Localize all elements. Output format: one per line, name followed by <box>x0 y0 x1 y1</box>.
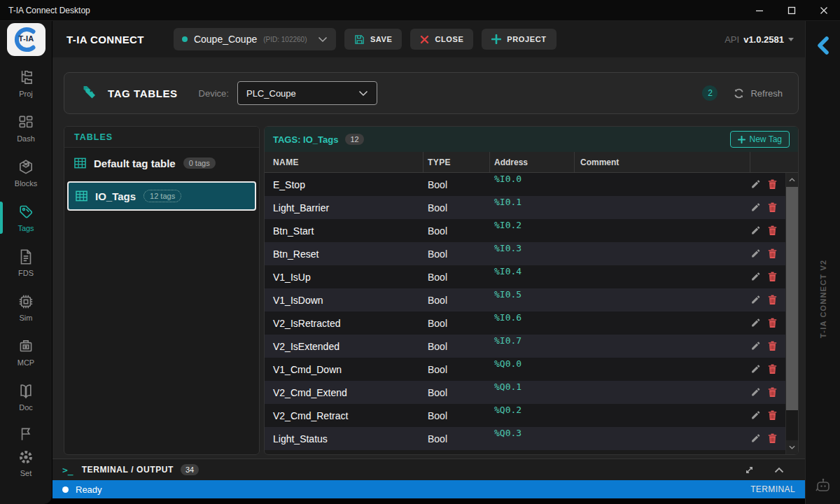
sidebar-item-sim[interactable]: Sim <box>0 290 52 325</box>
edit-pencil-icon[interactable] <box>750 364 760 374</box>
delete-trash-icon[interactable] <box>768 295 777 305</box>
delete-trash-icon[interactable] <box>768 248 777 259</box>
sidebar-item-fds[interactable]: FDS <box>0 245 52 280</box>
api-version-menu[interactable]: API v1.0.2581 <box>724 34 794 45</box>
chevron-down-icon <box>318 36 328 43</box>
edit-pencil-icon[interactable] <box>750 225 760 235</box>
delete-trash-icon[interactable] <box>768 179 777 190</box>
tag-address-cell: %I0.1 <box>490 197 575 207</box>
sidebar-item-tags[interactable]: Tags <box>0 200 52 235</box>
tag-type-cell: Bool <box>424 318 490 329</box>
sidebar-item-flag[interactable] <box>0 424 52 444</box>
titlebar: T-IA Connect Desktop <box>0 0 840 21</box>
sidebar-item-set[interactable]: Set <box>0 445 52 480</box>
delete-trash-icon[interactable] <box>768 387 777 398</box>
delete-trash-icon[interactable] <box>768 202 777 213</box>
edit-pencil-icon[interactable] <box>750 433 760 443</box>
sidebar-item-doc[interactable]: Doc <box>0 379 52 414</box>
table-row[interactable]: V1_Cmd_Down Bool %Q0.0 <box>265 358 785 381</box>
delete-trash-icon[interactable] <box>768 364 777 374</box>
table-row[interactable]: V1_IsUp Bool %I0.4 <box>265 265 785 288</box>
maximize-button[interactable] <box>776 0 808 20</box>
caret-down-icon <box>788 38 794 41</box>
device-select[interactable]: PLC_Coupe <box>237 81 377 105</box>
delete-trash-icon[interactable] <box>768 318 777 328</box>
table-list-item-default[interactable]: Default tag table 0 tags <box>64 148 259 178</box>
delete-trash-icon[interactable] <box>768 341 777 351</box>
edit-pencil-icon[interactable] <box>750 318 760 328</box>
content-area: TAG TABLES Device: PLC_Coupe 2 Refresh <box>52 57 805 458</box>
table-row[interactable]: V2_IsRetracted Bool %I0.6 <box>265 312 785 335</box>
table-row[interactable]: E_Stop Bool %I0.0 <box>265 173 785 196</box>
monitor-icon <box>17 337 35 356</box>
tag-name-cell: V2_Cmd_Extend <box>265 387 424 398</box>
delete-trash-icon[interactable] <box>768 225 777 236</box>
edit-pencil-icon[interactable] <box>750 341 760 351</box>
close-button[interactable]: CLOSE <box>410 29 473 50</box>
table-row[interactable]: Btn_Start Bool %I0.2 <box>265 219 785 242</box>
new-tag-button[interactable]: New Tag <box>730 131 790 148</box>
table-row[interactable]: V2_Cmd_Retract Bool %Q0.2 <box>265 404 785 427</box>
tag-address-cell: %I0.2 <box>490 220 575 230</box>
scrollbar-thumb[interactable] <box>786 187 798 410</box>
right-strip-label: T-IA CONNECT V2 <box>806 253 840 344</box>
plus-icon <box>491 34 501 44</box>
table-row[interactable]: V1_IsDown Bool %I0.5 <box>265 288 785 312</box>
dashboard-icon <box>17 113 35 132</box>
scroll-down-icon[interactable] <box>786 440 798 454</box>
device-count-badge: 2 <box>702 85 718 101</box>
tag-name-cell: V1_Cmd_Down <box>265 364 424 375</box>
vertical-scrollbar[interactable] <box>785 173 798 454</box>
tag-address-cell: %Q0.0 <box>490 358 575 369</box>
delete-trash-icon[interactable] <box>768 410 777 421</box>
sidebar-item-blocks[interactable]: Blocks <box>0 155 52 190</box>
close-window-button[interactable] <box>808 0 840 20</box>
scrollbar-track[interactable] <box>786 187 798 440</box>
edit-pencil-icon[interactable] <box>750 410 760 420</box>
chevron-up-icon[interactable] <box>774 467 784 473</box>
table-row[interactable]: Light_Barrier Bool %I0.1 <box>265 196 785 219</box>
tag-type-cell: Bool <box>424 341 490 352</box>
terminal-count-badge: 34 <box>181 464 199 475</box>
project-button[interactable]: PROJECT <box>482 29 556 50</box>
tag-name-cell: V2_Cmd_Retract <box>265 410 424 421</box>
tag-type-cell: Bool <box>424 272 490 283</box>
save-button[interactable]: SAVE <box>344 29 402 50</box>
tag-address-cell: %Q0.3 <box>490 428 575 438</box>
edit-pencil-icon[interactable] <box>750 179 760 189</box>
edit-pencil-icon[interactable] <box>750 295 760 304</box>
tag-address-cell: %Q0.1 <box>490 382 575 392</box>
project-tree-icon <box>17 69 35 87</box>
collapse-panel-button[interactable] <box>806 36 840 55</box>
refresh-button[interactable]: Refresh <box>733 88 783 99</box>
sidebar-item-mcp[interactable]: MCP <box>0 335 52 370</box>
sidebar-item-proj[interactable]: Proj <box>0 66 52 101</box>
document-icon <box>17 248 35 266</box>
edit-pencil-icon[interactable] <box>750 387 760 397</box>
table-row[interactable]: V2_IsExtended Bool %I0.7 <box>265 335 785 358</box>
status-bar-terminal-label[interactable]: TERMINAL <box>750 484 795 494</box>
delete-trash-icon[interactable] <box>768 272 777 282</box>
minimize-button[interactable] <box>743 0 776 20</box>
edit-pencil-icon[interactable] <box>750 202 760 212</box>
project-selector[interactable]: Coupe_Coupe (PID: 102260) <box>174 28 336 50</box>
scroll-up-icon[interactable] <box>786 173 798 187</box>
sidebar-item-dash[interactable]: Dash <box>0 111 52 146</box>
tag-count-badge: 12 tags <box>144 190 181 202</box>
table-row[interactable]: Light_Status Bool %Q0.3 <box>265 427 785 450</box>
delete-trash-icon[interactable] <box>768 433 777 444</box>
expand-icon[interactable] <box>744 465 755 475</box>
save-icon <box>354 34 365 45</box>
connection-dot-icon <box>182 36 188 42</box>
tag-name-cell: E_Stop <box>265 179 424 190</box>
table-row[interactable]: V2_Cmd_Extend Bool %Q0.1 <box>265 381 785 404</box>
terminal-bar[interactable]: >_ TERMINAL / OUTPUT 34 <box>52 458 805 480</box>
edit-pencil-icon[interactable] <box>750 248 760 258</box>
assistant-bot-button[interactable] <box>806 477 840 493</box>
close-x-icon <box>420 35 429 44</box>
table-row[interactable]: Btn_Reset Bool %I0.3 <box>265 242 785 265</box>
table-list-item-io-tags[interactable]: IO_Tags 12 tags <box>67 181 256 211</box>
tag-name-cell: V1_IsDown <box>265 295 424 306</box>
edit-pencil-icon[interactable] <box>750 272 760 281</box>
refresh-icon <box>733 88 745 99</box>
